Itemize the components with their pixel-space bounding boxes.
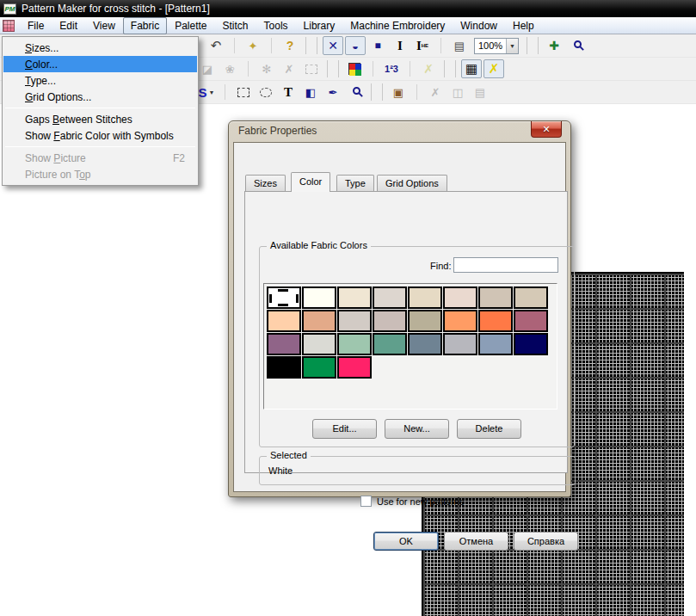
fabric-menu-item-show-fabric-color-with-symbols[interactable]: Show Fabric Color with Symbols — [3, 127, 197, 144]
fabric-color-swatch[interactable] — [337, 310, 372, 332]
fabric-color-swatch[interactable] — [302, 310, 336, 332]
fabric-color-swatch[interactable] — [302, 333, 336, 355]
fabric-color-swatch-selected[interactable] — [267, 286, 301, 309]
fabric-color-swatch[interactable] — [373, 286, 407, 309]
fabric-color-swatch[interactable] — [443, 310, 477, 332]
fabric-color-swatch[interactable] — [373, 333, 407, 355]
fabric-color-swatch[interactable] — [478, 286, 513, 309]
fabric-color-swatch[interactable] — [337, 356, 372, 379]
fabric-color-swatch[interactable] — [478, 310, 513, 332]
zoom-combobox[interactable]: 100%▼ — [474, 38, 519, 54]
undo-icon[interactable]: ↶ — [206, 36, 226, 55]
menubar-items: FileEditViewFabricPaletteStitchToolsLibr… — [20, 17, 542, 34]
fabric-color-swatch[interactable] — [514, 333, 548, 355]
fabric-color-swatch[interactable] — [514, 310, 548, 332]
fit-to-window-icon[interactable]: ✚ — [544, 36, 564, 55]
use-for-new-patterns-row: Use for new patterns — [360, 496, 465, 507]
menubar-item-fabric[interactable]: Fabric — [123, 17, 167, 34]
menubar-item-palette[interactable]: Palette — [167, 17, 214, 34]
menubar-item-help[interactable]: Help — [505, 17, 542, 34]
rectangle-select-icon[interactable] — [233, 83, 254, 102]
fabric-color-swatch[interactable] — [302, 356, 336, 379]
fabric-menu-item-grid-options[interactable]: Grid Options... — [3, 89, 197, 105]
ok-button[interactable]: OK — [373, 532, 439, 551]
stitch-style-button[interactable]: S▼ — [196, 83, 217, 102]
fabric-color-swatch[interactable] — [443, 286, 477, 309]
fill-tool-icon[interactable]: ◧ — [300, 83, 321, 102]
menu-shortcut: F2 — [173, 152, 185, 164]
fabric-color-swatch[interactable] — [267, 356, 301, 379]
special-stitch-icon[interactable]: IHE — [412, 36, 433, 55]
fabric-color-swatch[interactable] — [443, 333, 477, 355]
fabric-color-swatch[interactable] — [302, 286, 336, 309]
fabric-color-swatch[interactable] — [408, 333, 442, 355]
menubar-item-stitch[interactable]: Stitch — [215, 17, 256, 34]
fabric-menu-item-type[interactable]: Type... — [3, 72, 197, 89]
delete-button[interactable]: Delete — [457, 419, 521, 439]
partial-stitch-icon: ✗ — [279, 59, 299, 78]
fabric-menu-item-sizes[interactable]: Sizes... — [3, 40, 197, 56]
close-button[interactable]: ✕ — [531, 121, 562, 138]
combobox-dropdown-icon[interactable]: ▼ — [506, 39, 518, 53]
fabric-menu-item-color[interactable]: Color... — [3, 56, 197, 72]
new-button[interactable]: New... — [385, 419, 449, 439]
edit-button[interactable]: Edit... — [312, 419, 377, 439]
tab-type[interactable]: Type — [336, 175, 374, 191]
cancel-button[interactable]: Отмена — [444, 532, 508, 551]
help-icon[interactable]: ? — [280, 36, 300, 55]
menubar-item-file[interactable]: File — [20, 17, 52, 34]
library-window-icon[interactable]: ▣ — [388, 83, 409, 102]
floss-usage-icon[interactable]: ▤ — [449, 36, 470, 55]
fabric-menu-item-gaps-between-stitches[interactable]: Gaps Between Stitches — [3, 111, 197, 127]
highlight-stitches-icon: ✗ — [418, 59, 439, 78]
selected-color-name: White — [268, 465, 293, 476]
fabric-color-swatch[interactable] — [337, 286, 372, 309]
swatch-panel — [263, 283, 557, 410]
window-title: Pattern Maker for cross stitch - [Patter… — [22, 3, 210, 15]
backstitch-icon[interactable]: I — [390, 36, 410, 55]
petite-stitch-icon[interactable]: ■ — [367, 36, 388, 55]
toolbar-separator — [416, 84, 424, 100]
zoom-tool-icon[interactable] — [345, 83, 366, 102]
use-for-new-patterns-label: Use for new patterns — [377, 496, 465, 507]
fabric-color-swatch[interactable] — [514, 286, 548, 309]
toolbar-separator — [440, 38, 448, 53]
palette-colors-icon[interactable] — [344, 59, 365, 78]
insert-picture-icon[interactable]: ✦ — [243, 36, 263, 55]
zoom-question-icon[interactable] — [566, 36, 587, 55]
menubar-item-window[interactable]: Window — [453, 17, 505, 34]
show-grid-icon[interactable]: ▦ — [461, 59, 482, 78]
fabric-color-swatch[interactable] — [408, 286, 442, 309]
delete-stitch-icon: ✻ — [256, 59, 277, 78]
menubar-item-library[interactable]: Library — [296, 17, 343, 34]
full-cross-stitch-icon[interactable]: ✕ — [323, 36, 343, 55]
half-stitch-icon[interactable]: ◒ — [345, 36, 366, 55]
menubar-item-machine-embroidery[interactable]: Machine Embroidery — [342, 17, 453, 34]
ellipse-select-icon[interactable] — [256, 83, 276, 102]
fabric-color-swatch[interactable] — [408, 310, 442, 332]
tab-grid-options[interactable]: Grid Options — [377, 175, 447, 191]
pattern-document-icon[interactable] — [3, 20, 15, 32]
fabric-color-swatch[interactable] — [267, 310, 301, 332]
fabric-color-swatch[interactable] — [478, 333, 513, 355]
menubar-item-edit[interactable]: Edit — [52, 17, 85, 34]
selection-marquee-icon — [301, 59, 322, 78]
toolbar-separator — [234, 38, 242, 53]
delete-x-icon: ✗ — [425, 83, 446, 102]
help-button[interactable]: Справка — [514, 532, 578, 551]
menubar-item-tools[interactable]: Tools — [256, 17, 296, 34]
tab-sizes[interactable]: Sizes — [245, 175, 286, 191]
tab-color[interactable]: Color — [291, 172, 330, 192]
tab-page-color: Available Fabric Colors Find: Edit... Ne… — [244, 191, 568, 473]
text-tool-icon[interactable]: T — [278, 83, 299, 102]
fabric-color-swatch[interactable] — [267, 333, 301, 355]
view-symbols-icon[interactable]: 1²3 — [381, 59, 402, 78]
swatch-grid — [267, 286, 557, 379]
find-input[interactable] — [453, 257, 558, 273]
fabric-color-swatch[interactable] — [337, 333, 372, 355]
show-stitches-icon[interactable]: ✗ — [484, 59, 504, 78]
fabric-color-swatch[interactable] — [373, 310, 407, 332]
menubar-item-view[interactable]: View — [85, 17, 123, 34]
use-for-new-patterns-checkbox[interactable] — [360, 496, 372, 507]
eyedropper-icon[interactable]: ✒ — [323, 83, 343, 102]
